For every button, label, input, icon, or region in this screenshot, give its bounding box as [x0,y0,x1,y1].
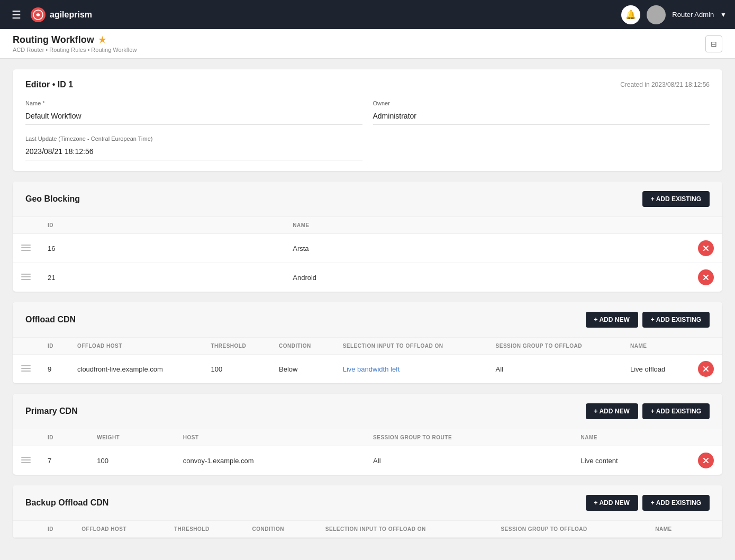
drag-handle-cell[interactable] [13,446,39,475]
backup-offload-cdn-col-offload-host: OFFLOAD HOST [73,521,166,538]
offload-cdn-table-header-row: ID OFFLOAD HOST THRESHOLD CONDITION SELE… [13,338,722,355]
offload-cdn-actions: + ADD NEW + ADD EXISTING [586,312,710,328]
primary-cdn-col-weight: WEIGHT [88,429,175,446]
primary-cdn-section: Primary CDN + ADD NEW + ADD EXISTING ID … [13,394,722,475]
last-update-value: 2023/08/21 18:12:56 [25,144,362,160]
drag-handle-cell[interactable] [13,355,39,384]
svg-rect-8 [21,368,31,369]
offload-cdn-col-name: NAME [622,338,689,355]
star-icon[interactable]: ★ [98,35,106,45]
svg-rect-6 [21,279,31,280]
delete-button[interactable] [698,361,714,377]
delete-button[interactable] [698,453,714,468]
geo-id-cell: 16 [39,234,284,263]
offload-cdn-col-offload-host: OFFLOAD HOST [69,338,202,355]
offload-cdn-col-handle [13,338,39,355]
owner-label: Owner [373,100,710,106]
user-menu-chevron[interactable]: ▼ [720,11,727,19]
layout-icon: ⊟ [711,40,717,48]
backup-offload-cdn-col-threshold: THRESHOLD [166,521,244,538]
logo: agileprism [31,7,621,22]
primary-host-cell: convoy-1.example.com [175,446,365,475]
backup-offload-cdn-col-selection-input: SELECTION INPUT TO OFFLOAD ON [317,521,493,538]
breadcrumb-part1[interactable]: ACD Router [13,47,44,53]
primary-id-cell: 7 [39,446,88,475]
breadcrumb-sep2: • [87,47,89,53]
svg-rect-9 [21,371,31,372]
primary-cdn-add-new-button[interactable]: + ADD NEW [586,403,638,419]
primary-name-cell: Live content [573,446,689,475]
drag-handle-cell[interactable] [13,234,39,263]
primary-cdn-col-action [689,429,722,446]
offload-condition-cell: Below [270,355,334,384]
menu-button[interactable]: ☰ [8,5,24,24]
main-content: Editor • ID 1 Created in 2023/08/21 18:1… [0,59,735,548]
editor-header: Editor • ID 1 Created in 2023/08/21 18:1… [25,80,710,89]
geo-blocking-header: Geo Blocking + ADD EXISTING [13,182,722,217]
backup-offload-cdn-title: Backup Offload CDN [25,498,108,508]
offload-cdn-col-threshold: THRESHOLD [202,338,270,355]
offload-cdn-add-new-button[interactable]: + ADD NEW [586,312,638,328]
last-update-label: Last Update (Timezone - Central European… [25,136,362,142]
table-row: 16 Arsta [13,234,722,263]
primary-session-group-cell: All [365,446,572,475]
created-info: Created in 2023/08/21 18:12:56 [620,81,710,88]
delete-button[interactable] [698,269,714,285]
action-cell [689,446,722,475]
breadcrumb-part2[interactable]: Routing Rules [49,47,86,53]
page-title: Routing Workflow ★ [13,34,137,46]
offload-cdn-add-existing-button[interactable]: + ADD EXISTING [642,312,710,328]
geo-id-cell: 21 [39,263,284,292]
backup-offload-cdn-table: ID OFFLOAD HOST THRESHOLD CONDITION SELE… [13,521,722,538]
primary-cdn-add-existing-button[interactable]: + ADD EXISTING [642,403,710,419]
topnav: ☰ agileprism 🔔 Router Admin ▼ [0,0,735,29]
primary-cdn-actions: + ADD NEW + ADD EXISTING [586,403,710,419]
primary-cdn-header: Primary CDN + ADD NEW + ADD EXISTING [13,394,722,429]
primary-cdn-table-body: 7 100 convoy-1.example.com All Live cont… [13,446,722,475]
svg-rect-2 [21,247,31,248]
geo-blocking-actions: + ADD EXISTING [642,191,710,207]
backup-offload-cdn-add-existing-button[interactable]: + ADD EXISTING [642,495,710,511]
offload-host-cell: cloudfront-live.example.com [69,355,202,384]
name-label: Name * [25,100,362,106]
offload-name-cell: Live offload [622,355,689,384]
editor-card: Editor • ID 1 Created in 2023/08/21 18:1… [13,69,722,171]
offload-cdn-section: Offload CDN + ADD NEW + ADD EXISTING ID … [13,302,722,383]
primary-weight-cell: 100 [88,446,175,475]
breadcrumb-sep1: • [46,47,48,53]
layout-icon-button[interactable]: ⊟ [705,35,722,52]
last-update-field-group: Last Update (Timezone - Central European… [25,136,362,160]
offload-cdn-table: ID OFFLOAD HOST THRESHOLD CONDITION SELE… [13,338,722,383]
offload-id-cell: 9 [39,355,69,384]
offload-cdn-col-id: ID [39,338,69,355]
offload-cdn-col-action [689,338,722,355]
svg-rect-10 [21,457,31,458]
action-cell [689,263,722,292]
geo-blocking-add-existing-button[interactable]: + ADD EXISTING [642,191,710,207]
drag-handle-cell[interactable] [13,263,39,292]
geo-blocking-table-body: 16 Arsta 21 Android [13,234,722,292]
backup-offload-cdn-header: Backup Offload CDN + ADD NEW + ADD EXIST… [13,485,722,521]
backup-offload-cdn-col-name: NAME [647,521,697,538]
backup-offload-cdn-col-session-group: SESSION GROUP TO OFFLOAD [492,521,647,538]
logo-icon [31,7,46,22]
offload-cdn-col-session-group: SESSION GROUP TO OFFLOAD [487,338,622,355]
geo-blocking-col-handle [13,217,39,234]
name-field-group: Name * Default Workflow [25,100,362,125]
geo-blocking-col-name: NAME [284,217,689,234]
delete-button[interactable] [698,240,714,256]
primary-cdn-col-session-group: SESSION GROUP TO ROUTE [365,429,572,446]
geo-blocking-col-action [689,217,722,234]
geo-blocking-table: ID NAME 16 Arsta 21 Android [13,217,722,292]
table-row: 9 cloudfront-live.example.com 100 Below … [13,355,722,384]
geo-blocking-title: Geo Blocking [25,194,80,204]
svg-rect-7 [21,365,31,366]
svg-rect-4 [21,274,31,275]
name-value: Default Workflow [25,109,362,125]
backup-offload-cdn-add-new-button[interactable]: + ADD NEW [586,495,638,511]
action-cell [689,355,722,384]
notification-bell[interactable]: 🔔 [621,5,640,24]
offload-cdn-header: Offload CDN + ADD NEW + ADD EXISTING [13,302,722,338]
page-title-text: Routing Workflow [13,34,94,46]
backup-offload-cdn-col-condition: CONDITION [243,521,316,538]
